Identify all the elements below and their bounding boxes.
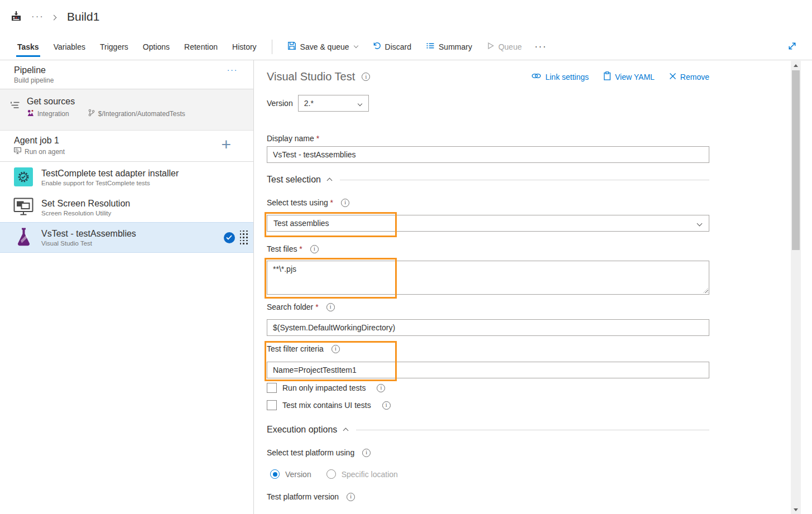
chevron-up-icon: [326, 178, 332, 184]
testcomplete-gear-icon: [14, 167, 33, 186]
scrollbar: [791, 61, 801, 514]
info-icon[interactable]: [341, 199, 349, 207]
task-title: Set Screen Resolution: [41, 198, 130, 209]
section-execution-options[interactable]: Execution options: [267, 425, 709, 435]
tab-strip: Tasks Variables Triggers Options Retenti…: [0, 33, 264, 60]
branch-icon: [88, 109, 95, 118]
summary-button[interactable]: Summary: [426, 41, 472, 52]
save-queue-button[interactable]: Save & queue: [287, 41, 358, 52]
chevron-down-icon: [697, 221, 703, 227]
agent-job-subtitle: Run on agent: [25, 148, 65, 156]
task-subtitle: Enable support for TestComplete tests: [41, 180, 179, 186]
add-task-button[interactable]: +: [221, 136, 231, 153]
info-icon[interactable]: [362, 449, 371, 457]
display-name-input[interactable]: [267, 146, 709, 163]
tfvc-repo-icon: [27, 109, 34, 118]
version-label: Version: [267, 99, 293, 108]
test-filter-criteria-input[interactable]: [267, 362, 709, 378]
breadcrumb-chevron-icon: [51, 15, 57, 21]
test-filter-criteria-label: Test filter criteria: [267, 344, 324, 353]
display-name-label: Display name: [267, 134, 319, 143]
clipboard-icon: [603, 71, 611, 82]
tab-history[interactable]: History: [225, 33, 264, 60]
info-icon[interactable]: [310, 245, 319, 253]
monitor-icon: [13, 198, 33, 217]
link-settings-button[interactable]: Link settings: [531, 72, 589, 81]
close-icon: [669, 73, 676, 81]
repo-path: $/Integration/AutomatedTests: [98, 110, 185, 118]
tab-tasks[interactable]: Tasks: [10, 33, 46, 60]
scroll-down-arrow[interactable]: [791, 505, 801, 514]
checkbox-label: Test mix contains UI tests: [282, 401, 371, 410]
toolbar-more-button[interactable]: ···: [535, 42, 547, 52]
discard-button[interactable]: Discard: [372, 41, 411, 52]
section-test-selection[interactable]: Test selection: [267, 175, 709, 185]
chevron-up-icon: [343, 428, 349, 434]
scrollbar-thumb[interactable]: [792, 70, 800, 250]
undo-icon: [372, 41, 381, 52]
build-definition-icon[interactable]: [10, 10, 22, 24]
breadcrumb-more[interactable]: ···: [31, 11, 44, 22]
section-rule: [340, 180, 709, 180]
page-title: Build1: [67, 10, 99, 23]
fullscreen-expand-icon[interactable]: [787, 41, 797, 53]
task-title: VsTest - testAssemblies: [41, 228, 136, 239]
remove-button[interactable]: Remove: [669, 73, 709, 81]
panel-title: Visual Studio Test: [267, 70, 355, 83]
list-icon: [426, 41, 435, 52]
info-icon[interactable]: [331, 345, 340, 353]
task-row-testcomplete[interactable]: TestComplete test adapter installer Enab…: [0, 162, 253, 192]
chevron-down-icon: [353, 44, 358, 48]
top-header: ··· Build1: [0, 0, 812, 33]
task-enabled-check-icon: [224, 232, 235, 243]
pipeline-sidebar: Pipeline Build pipeline ··· Get sources: [0, 60, 254, 514]
radio-version[interactable]: Version: [270, 469, 311, 479]
tab-options[interactable]: Options: [136, 33, 177, 60]
task-subtitle: Screen Resolution Utility: [41, 210, 130, 217]
radio-specific-location[interactable]: Specific location: [326, 469, 398, 479]
run-only-impacted-tests-checkbox[interactable]: [267, 383, 277, 393]
test-files-label: Test files: [267, 244, 302, 253]
select-tests-using-dropdown[interactable]: Test assemblies: [267, 215, 709, 232]
search-folder-label: Search folder: [267, 302, 319, 311]
tab-retention[interactable]: Retention: [177, 33, 225, 60]
info-icon[interactable]: [382, 401, 391, 410]
info-icon[interactable]: [326, 303, 335, 311]
link-icon: [531, 72, 541, 81]
task-title: TestComplete test adapter installer: [41, 168, 179, 179]
version-select[interactable]: 2.*: [298, 95, 369, 112]
tab-variables[interactable]: Variables: [46, 33, 93, 60]
get-sources-item[interactable]: Get sources Integration: [0, 89, 253, 131]
radio-unselected-icon: [326, 469, 336, 479]
task-row-vstest[interactable]: VsTest - testAssemblies Visual Studio Te…: [0, 222, 253, 253]
select-test-platform-label: Select test platform using: [267, 448, 354, 457]
agent-job-header[interactable]: Agent job 1 Run on agent +: [0, 131, 253, 162]
search-folder-input[interactable]: [267, 319, 709, 336]
scroll-up-arrow[interactable]: [791, 61, 801, 70]
test-files-textarea[interactable]: **\*.pjs: [267, 261, 709, 295]
drag-handle[interactable]: [240, 230, 248, 244]
select-tests-using-label: Select tests using: [267, 198, 333, 207]
save-icon: [287, 41, 296, 52]
queue-button[interactable]: Queue: [487, 42, 522, 51]
test-mix-ui-tests-checkbox[interactable]: [267, 400, 277, 410]
pipeline-header[interactable]: Pipeline Build pipeline ···: [0, 60, 253, 89]
checkbox-label: Run only impacted tests: [282, 383, 366, 392]
chevron-down-icon: [357, 102, 362, 106]
info-icon[interactable]: [362, 73, 370, 81]
pipeline-more-button[interactable]: ···: [227, 65, 238, 74]
radio-selected-icon: [270, 469, 280, 479]
get-sources-title: Get sources: [27, 97, 185, 107]
info-icon[interactable]: [347, 493, 355, 501]
task-settings-panel: Visual Studio Test Link settings: [254, 60, 812, 514]
agent-job-title: Agent job 1: [14, 136, 243, 146]
view-yaml-button[interactable]: View YAML: [603, 71, 655, 82]
info-icon[interactable]: [377, 384, 385, 392]
repo-name: Integration: [37, 110, 69, 118]
agent-icon: [14, 147, 21, 156]
task-row-screen-resolution[interactable]: Set Screen Resolution Screen Resolution …: [0, 192, 253, 222]
pipeline-subtitle: Build pipeline: [14, 76, 243, 84]
test-platform-version-label: Test platform version: [267, 492, 339, 501]
task-subtitle: Visual Studio Test: [41, 240, 136, 247]
tab-triggers[interactable]: Triggers: [93, 33, 136, 60]
